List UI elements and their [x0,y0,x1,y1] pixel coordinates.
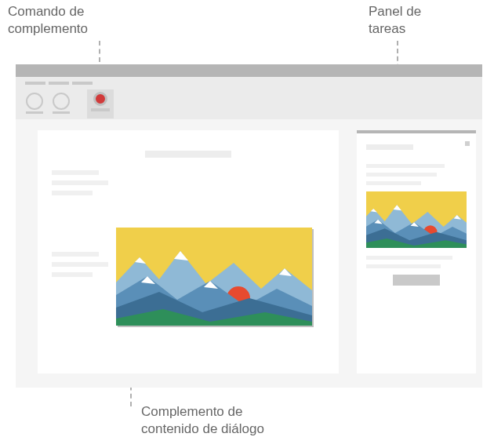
label-addin-command: Comando de complemento [8,3,88,38]
app-window [16,64,482,388]
window-titlebar [16,64,482,77]
close-icon[interactable] [465,141,470,146]
landscape-illustration [116,228,312,326]
ribbon [16,77,482,119]
content-addin[interactable] [116,228,312,326]
addin-command-button[interactable] [87,89,114,118]
task-pane[interactable] [357,130,476,373]
taskpane-action-button[interactable] [393,275,440,286]
addin-command-icon [93,92,107,106]
label-task-pane: Panel de tareas [369,3,421,38]
ribbon-tabs [25,82,93,85]
ribbon-command[interactable] [50,93,72,114]
taskpane-hero [366,191,467,248]
taskpane-title [366,144,413,150]
ribbon-command[interactable] [24,93,45,114]
label-content-dialog: Complemento de contenido de diálogo [141,403,264,438]
